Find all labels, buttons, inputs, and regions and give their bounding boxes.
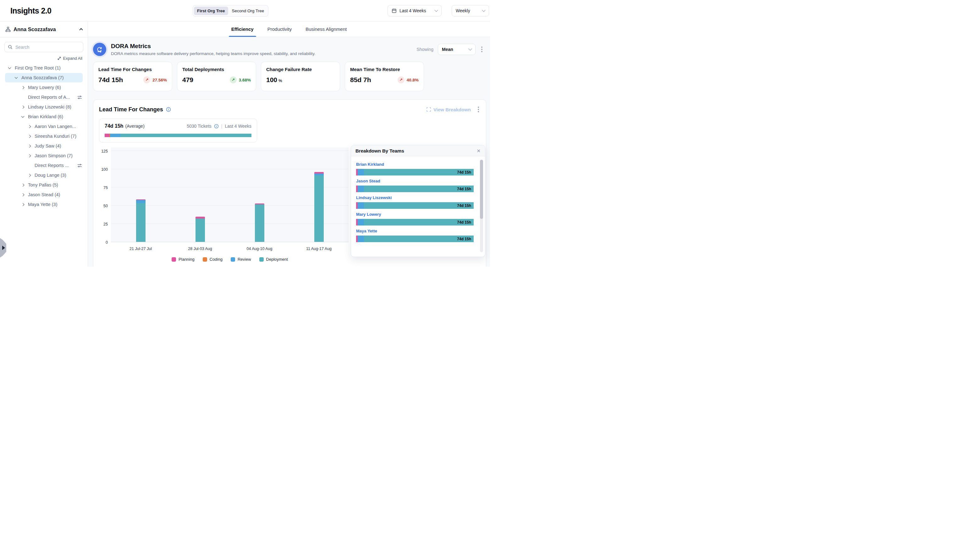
tree-item[interactable]: Maya Yette (3) xyxy=(5,200,83,209)
team-name-link[interactable]: Lindsay Liszewski xyxy=(356,195,474,200)
x-axis-tick-label: 04 Aug-10 Aug xyxy=(236,247,283,251)
tree-item[interactable]: Aaron Van Langen... xyxy=(5,122,83,131)
granularity-select[interactable]: Weekly xyxy=(452,5,489,16)
legend-swatch-deployment xyxy=(259,257,264,261)
aggregation-select[interactable]: Mean xyxy=(438,44,476,55)
phase-segment-review xyxy=(358,185,364,192)
view-breakdown-label: View Breakdown xyxy=(433,107,471,112)
org-tree: First Org Tree Root (1)Anna Scozzafava (… xyxy=(0,63,88,209)
tree-item[interactable]: Mary Lowery (6) xyxy=(5,83,83,92)
tree-item-label: Aaron Van Langen... xyxy=(35,124,76,129)
filter-sliders-icon[interactable] xyxy=(77,95,83,100)
tree-chevron-icon[interactable] xyxy=(22,204,28,206)
team-row: Jason Stead74d 15h xyxy=(356,179,474,192)
dora-titles: DORA Metrics DORA metrics measure softwa… xyxy=(111,43,315,56)
sidebar-search xyxy=(5,42,83,52)
tree-item[interactable]: Anna Scozzafava (7) xyxy=(5,73,83,82)
expand-all-button[interactable]: Expand All xyxy=(0,52,88,62)
panel-scrollbar-track xyxy=(480,160,483,252)
aggregation-value: Mean xyxy=(442,47,453,52)
phase-segment-review xyxy=(358,169,364,175)
tree-item-label: Mary Lowery (6) xyxy=(28,85,61,90)
chevron-down-icon xyxy=(482,8,485,12)
tree-item[interactable]: Jason Stead (4) xyxy=(5,190,83,199)
tab-efficiency[interactable]: Efficiency xyxy=(231,21,254,37)
lead-time-menu-button[interactable] xyxy=(476,105,480,113)
team-phase-bar: 74d 15h xyxy=(356,236,474,242)
lead-time-actions: View Breakdown xyxy=(426,105,480,113)
legend-label: Review xyxy=(238,257,251,261)
team-name-link[interactable]: Jason Stead xyxy=(356,179,474,183)
team-lead-time-value: 74d 15h xyxy=(457,170,471,175)
metric-card-value-wrap: 479 xyxy=(182,76,193,84)
caret-right-icon xyxy=(2,245,5,250)
tree-chevron-icon[interactable] xyxy=(28,155,35,157)
date-range-select[interactable]: Last 4 Weeks xyxy=(388,5,442,16)
search-input[interactable] xyxy=(15,45,80,50)
tree-item-label: Sireesha Kunduri (7) xyxy=(35,134,76,139)
granularity-value: Weekly xyxy=(456,8,470,13)
tree-item[interactable]: Judy Saw (4) xyxy=(5,141,83,151)
y-axis-tick-label: 100 xyxy=(99,167,108,172)
tree-item[interactable]: Sireesha Kunduri (7) xyxy=(5,131,83,141)
tree-item[interactable]: Direct Reports ... xyxy=(5,161,83,170)
tree-item[interactable]: Lindsay Liszewski (8) xyxy=(5,102,83,112)
tree-item[interactable]: First Org Tree Root (1) xyxy=(5,63,83,73)
tab-productivity[interactable]: Productivity xyxy=(267,21,292,37)
tree-item-label: Anna Scozzafava (7) xyxy=(21,75,64,80)
chevron-down-icon xyxy=(434,8,438,12)
dora-subtitle: DORA metrics measure software delivery p… xyxy=(111,51,315,56)
date-range-value: Last 4 Weeks xyxy=(399,8,426,13)
tree-chevron-icon[interactable] xyxy=(15,77,21,78)
main-content: DORA Metrics DORA metrics measure softwa… xyxy=(88,37,490,267)
tree-item[interactable]: Brian Kirkland (6) xyxy=(5,112,83,121)
metric-card-value-wrap: 74d 15h xyxy=(99,76,123,84)
sidebar-header[interactable]: Anna Scozzafava xyxy=(0,21,88,37)
team-name-link[interactable]: Brian Kirkland xyxy=(356,162,474,167)
team-name-link[interactable]: Mary Lowery xyxy=(356,212,474,217)
tree-chevron-icon[interactable] xyxy=(22,194,28,196)
panel-scrollbar-thumb[interactable] xyxy=(480,160,483,219)
metric-card-unit: % xyxy=(278,78,282,83)
legend-item: Review xyxy=(231,257,251,261)
tree-item[interactable]: Doug Lange (3) xyxy=(5,171,83,180)
team-name-link[interactable]: Maya Yette xyxy=(356,229,474,233)
tree-chevron-icon[interactable] xyxy=(22,106,28,108)
tree-chevron-icon[interactable] xyxy=(28,174,35,177)
expand-all-icon xyxy=(57,56,61,61)
tree-chevron-icon[interactable] xyxy=(28,145,35,147)
tree-item[interactable]: Tony Pallas (5) xyxy=(5,180,83,190)
tree-item[interactable]: Direct Reports of A... xyxy=(5,92,83,102)
tree-chevron-icon[interactable] xyxy=(28,135,35,137)
tree-chevron-icon[interactable] xyxy=(28,126,35,128)
phase-segment-review xyxy=(110,134,121,137)
tree-chevron-icon[interactable] xyxy=(22,116,28,117)
info-icon[interactable] xyxy=(166,107,171,112)
phase-segment-deployment xyxy=(120,134,251,137)
tree-item-label: Brian Kirkland (6) xyxy=(28,114,63,119)
team-row: Brian Kirkland74d 15h xyxy=(356,162,474,175)
tree-item-label: Tony Pallas (5) xyxy=(28,182,58,187)
average-summary-box: 74d 15h (Average) 5030 Tickets | xyxy=(99,119,257,142)
chart-legend: PlanningCodingReviewDeployment xyxy=(111,257,348,261)
tree-chevron-icon[interactable] xyxy=(22,184,28,186)
org-tree-option[interactable]: Second Org Tree xyxy=(229,6,267,15)
trend-up-icon: ↗ xyxy=(143,77,150,83)
dora-menu-button[interactable] xyxy=(480,45,484,53)
tree-chevron-icon[interactable] xyxy=(8,67,15,69)
metric-card-value-wrap: 100% xyxy=(266,76,282,84)
sidebar-user-name: Anna Scozzafava xyxy=(14,26,77,32)
close-icon[interactable]: ✕ xyxy=(476,148,480,153)
org-tree-option[interactable]: First Org Tree xyxy=(194,6,228,15)
view-breakdown-button[interactable]: View Breakdown xyxy=(426,107,471,112)
tree-chevron-icon[interactable] xyxy=(22,86,28,89)
phase-segment-review xyxy=(358,236,364,242)
tree-item[interactable]: Jason Simpson (7) xyxy=(5,151,83,160)
tab-business-alignment[interactable]: Business Alignment xyxy=(305,21,347,37)
metric-cards: Lead Time For Changes74d 15h↗27.56%Total… xyxy=(93,62,486,91)
sidebar-collapse-handle[interactable] xyxy=(0,238,6,258)
phase-segment-review xyxy=(358,219,364,225)
legend-label: Planning xyxy=(178,257,194,261)
info-icon[interactable] xyxy=(214,124,219,129)
filter-sliders-icon[interactable] xyxy=(77,163,83,168)
